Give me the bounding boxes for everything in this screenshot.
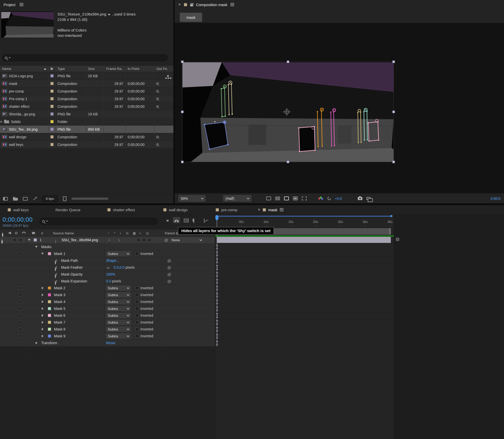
motion-blur-icon[interactable] [193,218,194,223]
mask-mode-dropdown[interactable]: Subtra [106,334,131,339]
mask-visibility-box[interactable] [19,293,22,297]
motion-blur-switch[interactable] [142,238,146,242]
quality-column-icon[interactable]: \ [120,231,121,235]
project-search-input[interactable] [2,54,168,61]
mask-visibility-box[interactable] [19,252,22,255]
expand-mask-icon[interactable] [42,335,43,337]
mask-row[interactable]: Mask 9 Subtra Inverted [0,333,215,340]
mask-color-chip[interactable] [48,328,51,331]
expand-mask-icon[interactable] [42,321,43,324]
panel-menu-icon[interactable] [20,3,23,6]
comp-button-mask[interactable]: mask [180,13,202,22]
project-panel-icon[interactable] [3,197,8,201]
footage-filename[interactable]: SSU_Texture_2106x994.png [57,12,106,16]
label-chip[interactable] [50,120,54,123]
show-snapshot-icon[interactable] [366,197,370,200]
mask-row[interactable]: Mask 1 Subtra Inverted [0,250,215,257]
project-row[interactable]: Sherida...go.png PNG file 19 KB [0,110,173,118]
mask-visibility-box[interactable] [19,321,22,324]
mask-mode-dropdown[interactable]: Subtra [106,285,131,291]
mask-color-chip[interactable] [48,286,51,290]
mask-mode-dropdown[interactable]: Subtra [106,306,131,311]
mask-row[interactable]: Mask 5 Subtra Inverted [0,305,215,312]
magnification-dropdown[interactable]: 50% [178,195,206,202]
timeline-tab-render-queue[interactable]: Render Queue [55,205,80,214]
project-row[interactable]: wall design Composition 29.97 0;00;00;00… [0,133,173,141]
mask-path-value[interactable]: Shape... [106,259,119,263]
parent-column[interactable]: Parent & [165,231,178,235]
mask-mode-dropdown[interactable]: Subtra [106,251,131,256]
motion-blur-column-icon[interactable]: ◐ [139,231,141,235]
panel-menu-icon[interactable] [230,3,234,6]
time-navigator-bar[interactable] [217,216,392,217]
new-composition-icon[interactable] [23,197,28,201]
mask-row[interactable]: Mask 2 Subtra Inverted [0,285,215,292]
solo-toggle[interactable] [13,238,17,242]
pickwhip-icon[interactable]: @ [167,259,171,263]
expand-mask-icon[interactable] [42,294,43,296]
adjustment-switch[interactable] [148,238,151,242]
label-chip[interactable] [50,89,54,93]
expand-mask-icon[interactable] [42,300,43,303]
preview-timecode[interactable]: 0;00;0 [491,196,500,201]
mask-feather-value[interactable]: 0.0,0.0 [114,265,125,269]
project-panel-title[interactable]: Project [4,3,16,7]
inverted-checkbox[interactable] [135,314,139,317]
mask-visibility-box[interactable] [19,307,22,310]
expand-folder-icon[interactable] [1,121,2,123]
timeline-search-input[interactable] [39,218,158,225]
mask-visibility-icon[interactable] [284,196,289,200]
guides-icon[interactable] [293,196,298,200]
mask-path-row[interactable]: Mask Path Shape... @ [0,257,215,264]
label-chip[interactable] [50,82,54,85]
mask-row[interactable]: Mask 7 Subtra Inverted [0,319,215,326]
inverted-checkbox[interactable] [135,293,139,297]
project-row[interactable]: mask Composition 29.97 0;00;00;00 0; [0,80,173,87]
pickwhip-icon[interactable]: @ [167,279,171,283]
mask-visibility-box[interactable] [19,335,22,338]
mask-color-chip[interactable] [48,293,51,297]
mask-row[interactable]: Mask 6 Subtra Inverted [0,312,215,319]
mask-color-chip[interactable] [48,335,51,338]
exposure-value[interactable]: +0.0 [335,196,342,201]
label-chip[interactable] [50,128,54,131]
adjustment-column-icon[interactable]: ◎ [146,231,149,235]
mask-color-chip[interactable] [48,321,51,324]
timeline-tab-mask[interactable]: ×mask [258,205,284,214]
label-chip[interactable] [50,97,54,100]
close-tab-icon[interactable]: × [178,2,181,7]
channels-icon[interactable] [318,196,323,201]
parent-pickwhip-icon[interactable]: @ [164,238,168,242]
mask-row[interactable]: Mask 3 Subtra Inverted [0,292,215,298]
take-snapshot-icon[interactable] [358,197,362,200]
quality-switch[interactable]: \ [118,238,120,242]
source-name-column[interactable]: Source Name [53,231,74,235]
mask-feather-row[interactable]: Mask Feather ∞ 0.0,0.0 pixels @ [0,264,215,271]
parent-dropdown[interactable]: None [170,237,203,243]
masks-group-row[interactable]: Masks [0,244,215,250]
frame-blend-icon[interactable] [184,219,189,222]
current-time-indicator[interactable] [215,216,218,219]
label-chip[interactable] [50,112,54,116]
comp-label-chip[interactable] [184,3,187,6]
project-row[interactable]: shatter effect Composition 29.97 0;00;00… [0,103,173,110]
comp-marker-bin-icon[interactable] [396,238,399,241]
project-row-selected[interactable]: SSU_Tex...94.png PNG file 850 KB [0,126,173,133]
region-of-interest-icon[interactable] [266,196,271,200]
search-options-icon[interactable] [9,57,11,58]
current-timecode[interactable]: 0;00;00;00 [3,216,33,223]
mask-visibility-box[interactable] [19,286,22,290]
layer-row[interactable]: 1 SSU_Tex...06x994.png ◔ \ @ None [0,237,215,244]
label-chip[interactable] [50,135,54,139]
delete-item-icon[interactable] [63,198,66,201]
constrain-link-icon[interactable]: ∞ [107,265,110,270]
mask-mode-dropdown[interactable]: Subtra [106,327,131,332]
column-type[interactable]: Type [55,66,86,72]
new-folder-icon[interactable] [13,198,18,201]
expand-mask-icon[interactable] [42,328,43,330]
mask-visibility-box[interactable] [19,328,22,331]
project-row[interactable]: IXDA Logo.png PNG file 20 KB [0,72,173,80]
reset-exposure-icon[interactable] [327,196,331,201]
transparency-grid-icon[interactable] [275,196,280,200]
layer-duration-bar[interactable] [217,237,391,243]
